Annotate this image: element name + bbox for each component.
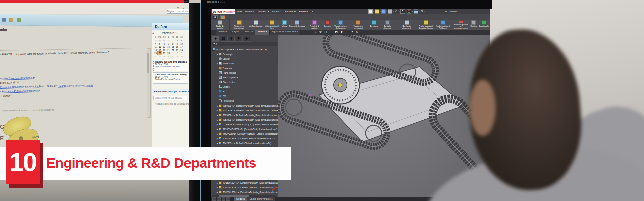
toolbar-button[interactable]: Visualizzazione dell'assieme [332, 20, 350, 30]
view-tool-icon[interactable]: ⚙ [356, 30, 358, 34]
tree-item[interactable]: ▶ TO15101806<1> (Default<<Default>_Stato… [211, 190, 278, 194]
calendar-day-cell[interactable]: 7 [166, 55, 171, 58]
appointment-card[interactable]: Review 495 and 595 proposals 16:30 - 17:… [153, 60, 188, 71]
expand-arrow-icon[interactable]: ▶ [217, 137, 219, 140]
tree-item[interactable]: ▶ T052401<1> (Default<<Default>_Stato di… [211, 117, 278, 122]
tree-item[interactable]: ▶ Annotazioni [211, 61, 278, 66]
tree-item[interactable]: ▶ Piano frontale [211, 70, 278, 75]
calendar-day-cell[interactable]: 10 [179, 55, 184, 58]
tree-item[interactable]: ▶ TO15101804<1> (Default<<Default>_Stato… [211, 180, 278, 185]
email-to-link[interactable]: <Marco.Gelmuzzi@trackone.it> [58, 84, 93, 87]
tree-item[interactable]: ▶ T713C147NS090<1> (Default<Stato di vis… [211, 127, 278, 131]
calendar-day-cell[interactable]: 3 [179, 39, 184, 42]
calendar-day-cell[interactable]: 20 [162, 49, 166, 52]
calendar-day-cell[interactable]: 2 [175, 39, 179, 42]
appointment-card[interactable]: Cancelled: 495 Undercarriage Proposal 16… [153, 72, 188, 84]
ribbon-icon[interactable] [17, 18, 21, 22]
command-tab[interactable]: Layout [230, 30, 242, 35]
quick-access-button[interactable] [375, 9, 379, 14]
tree-item[interactable]: ▶ Giro catena [211, 98, 278, 103]
calendar-day-cell[interactable]: 11 [153, 45, 158, 49]
quick-access-button[interactable] [414, 9, 418, 14]
tree-item[interactable]: ▶ Cronologia [211, 52, 278, 56]
toolbar-button[interactable]: Proprietà di sezione [306, 20, 323, 30]
tree-item[interactable]: ▶ DX [211, 94, 278, 98]
screenshot-camera-icon[interactable] [213, 15, 218, 19]
menu-item[interactable]: Visualizza [258, 10, 269, 13]
view-tool-icon[interactable]: ◩ [335, 30, 338, 34]
calendar-day-cell[interactable]: 24 [179, 49, 184, 52]
task-arrange-header[interactable]: Elementi disposti per: Scadenza [152, 89, 189, 93]
calendar-day-cell[interactable]: 16 [175, 45, 179, 49]
view-tool-icon[interactable]: ⊕ [319, 30, 322, 34]
split-view-button[interactable] [217, 197, 221, 201]
toolbar-button[interactable]: Creazione guidata di DriveWorksXpress [452, 20, 469, 30]
appointment-link[interactable]: https://itrsolutions.my.web [155, 65, 187, 68]
toolbar-button[interactable]: Allineamento del foro [263, 20, 281, 30]
menu-item[interactable]: Strumenti [285, 10, 296, 13]
calendar-day-cell[interactable]: 30 [162, 39, 166, 42]
calendar-day-cell[interactable]: 14 [166, 45, 171, 49]
command-tab[interactable]: Assieme [216, 30, 230, 35]
tree-item[interactable]: ▶ T603007<1> (Default<<Default>_Stato di… [211, 113, 278, 117]
tree-item[interactable]: ▶ T042809<1> (Default<Stato di visualizz… [211, 141, 278, 145]
calendar-day-cell[interactable]: 21 [166, 49, 171, 52]
calendar-day-cell[interactable]: 12 [158, 45, 162, 49]
toolbar-button[interactable]: Sensore [323, 20, 332, 30]
motion-study-tab[interactable]: Studio di movimento 1 [247, 197, 275, 201]
tree-item[interactable]: ▶ TMCV80B<1> (Default<<Default>_Stato di… [211, 131, 278, 136]
tree-filter-input[interactable]: ▼ ▾ [212, 42, 277, 46]
view-tool-icon[interactable]: ● [351, 30, 353, 34]
expand-arrow-icon[interactable]: ▶ [217, 186, 219, 189]
expand-arrow-icon[interactable]: ▶ [217, 142, 219, 144]
manager-tab[interactable]: ◉ [243, 36, 250, 42]
tree-item[interactable]: ▶ Equazioni [211, 66, 278, 70]
graphics-viewport[interactable] [278, 35, 490, 197]
toolbar-button[interactable]: Proprietà di massa [288, 20, 306, 30]
expand-arrow-icon[interactable]: ▶ [217, 191, 219, 193]
calendar-day-cell[interactable]: 29 [158, 39, 162, 42]
outlook-search-input[interactable]: Digitare una domanda▾ [167, 9, 189, 14]
toolbar-button[interactable]: Studio del progetto [211, 20, 229, 30]
manager-tab[interactable]: ▤ [220, 36, 227, 42]
tree-item[interactable]: ▶ T051501<1> (Default<<Default>_Stato di… [211, 108, 278, 113]
toolbar-button[interactable]: Costing [469, 20, 478, 30]
calendar-day-cell[interactable]: 9 [175, 55, 179, 58]
command-tab[interactable]: Schizzo [242, 30, 256, 35]
manager-tab[interactable]: ◈ [212, 36, 219, 42]
expand-arrow-icon[interactable]: ▶ [217, 114, 219, 116]
calendar-day-cell[interactable]: 28 [166, 52, 171, 55]
view-tool-icon[interactable]: ◫ [345, 30, 348, 34]
calendar-day-cell[interactable]: 1 [171, 52, 175, 55]
tree-item[interactable]: ▶ Origine [211, 84, 278, 89]
quick-access-button[interactable] [407, 9, 411, 14]
image-export-icon[interactable] [220, 15, 225, 19]
expand-arrow-icon[interactable]: ▶ [217, 182, 219, 184]
calendar-day-cell[interactable]: 1 [171, 39, 175, 42]
reading-pane-scrollbar[interactable] [147, 48, 151, 118]
menu-item[interactable]: Modifica [245, 10, 254, 13]
split-view-button[interactable] [212, 197, 216, 201]
tree-item[interactable]: ▶ Sensori [211, 56, 278, 61]
command-tab[interactable]: Aggiunte SOLIDWORKS [270, 30, 301, 35]
toolbar-button[interactable]: Analisi guidata di SimulationXpress [416, 20, 434, 30]
manager-tab[interactable]: ✚ [235, 36, 243, 42]
tree-root-item[interactable]: TO151018 (APERTO<Stato di visualizzazion… [211, 47, 278, 52]
calendar-day-cell[interactable]: 4 [153, 55, 158, 58]
quick-access-button[interactable]: ⚙ [420, 10, 424, 13]
calendar-day-cell[interactable]: 6 [162, 42, 166, 46]
calendar-day-cell[interactable]: 7 [166, 42, 171, 46]
model-tab[interactable]: Modello [234, 197, 247, 201]
view-tool-icon[interactable]: ◱ [329, 30, 332, 34]
tree-item[interactable]: ▶ TO15101821<1> (Default<Stato di visual… [211, 136, 278, 141]
view-tool-icon[interactable]: ⌂ [315, 30, 316, 34]
tree-item[interactable]: ▶ TO15101805<1> (Default<<Default>_Stato… [211, 185, 278, 190]
ribbon-icon[interactable] [2, 18, 6, 22]
view-tool-icon[interactable]: ◆ [341, 30, 343, 34]
split-view-button[interactable] [226, 197, 230, 201]
calendar-day-cell[interactable]: 2 [175, 52, 179, 55]
calendar-day-cell[interactable]: 15 [171, 45, 175, 49]
calendar-day-cell[interactable]: 25 [153, 52, 158, 55]
email-to-link[interactable]: Emanuele.Balugani@trackone.it>; [0, 85, 39, 89]
calendar-day-cell[interactable]: 27 [162, 52, 166, 55]
